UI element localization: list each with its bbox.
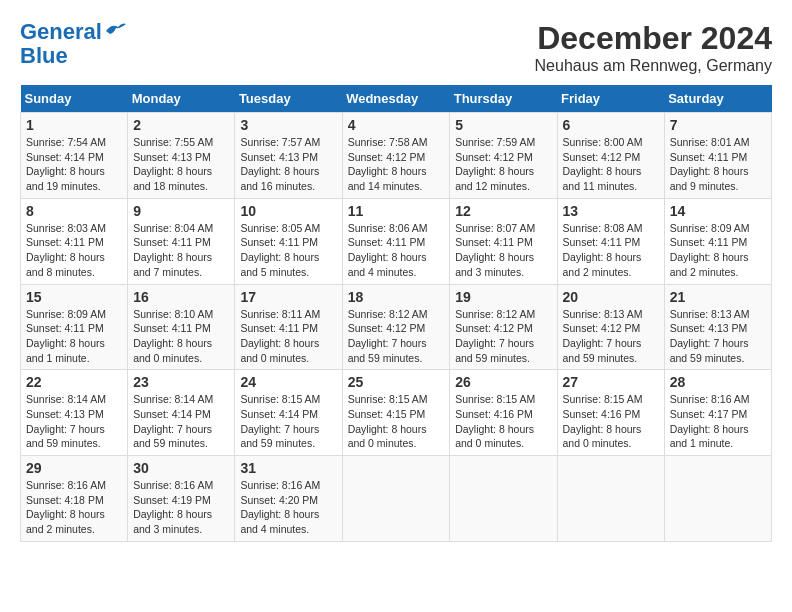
calendar-cell: 10 Sunrise: 8:05 AMSunset: 4:11 PMDaylig… (235, 198, 342, 284)
calendar-cell: 1 Sunrise: 7:54 AMSunset: 4:14 PMDayligh… (21, 113, 128, 199)
calendar-col-sunday: Sunday (21, 85, 128, 113)
day-number: 11 (348, 203, 445, 219)
day-info: Sunrise: 8:15 AMSunset: 4:16 PMDaylight:… (563, 393, 643, 449)
calendar-col-friday: Friday (557, 85, 664, 113)
day-info: Sunrise: 7:58 AMSunset: 4:12 PMDaylight:… (348, 136, 428, 192)
calendar-cell: 23 Sunrise: 8:14 AMSunset: 4:14 PMDaylig… (128, 370, 235, 456)
day-info: Sunrise: 7:55 AMSunset: 4:13 PMDaylight:… (133, 136, 213, 192)
day-number: 29 (26, 460, 122, 476)
day-info: Sunrise: 7:54 AMSunset: 4:14 PMDaylight:… (26, 136, 106, 192)
page-subtitle: Neuhaus am Rennweg, Germany (535, 57, 772, 75)
day-info: Sunrise: 7:59 AMSunset: 4:12 PMDaylight:… (455, 136, 535, 192)
day-info: Sunrise: 8:16 AMSunset: 4:20 PMDaylight:… (240, 479, 320, 535)
logo-text-blue: Blue (20, 44, 68, 68)
day-info: Sunrise: 8:12 AMSunset: 4:12 PMDaylight:… (348, 308, 428, 364)
day-number: 26 (455, 374, 551, 390)
calendar-cell: 30 Sunrise: 8:16 AMSunset: 4:19 PMDaylig… (128, 456, 235, 542)
calendar-cell (450, 456, 557, 542)
calendar-cell: 22 Sunrise: 8:14 AMSunset: 4:13 PMDaylig… (21, 370, 128, 456)
calendar-cell: 28 Sunrise: 8:16 AMSunset: 4:17 PMDaylig… (664, 370, 771, 456)
day-info: Sunrise: 8:03 AMSunset: 4:11 PMDaylight:… (26, 222, 106, 278)
day-info: Sunrise: 8:16 AMSunset: 4:19 PMDaylight:… (133, 479, 213, 535)
calendar-cell: 14 Sunrise: 8:09 AMSunset: 4:11 PMDaylig… (664, 198, 771, 284)
day-number: 10 (240, 203, 336, 219)
calendar-cell: 5 Sunrise: 7:59 AMSunset: 4:12 PMDayligh… (450, 113, 557, 199)
page-header: General Blue December 2024 Neuhaus am Re… (20, 20, 772, 75)
day-info: Sunrise: 7:57 AMSunset: 4:13 PMDaylight:… (240, 136, 320, 192)
day-number: 24 (240, 374, 336, 390)
calendar-week-row: 8 Sunrise: 8:03 AMSunset: 4:11 PMDayligh… (21, 198, 772, 284)
calendar-col-thursday: Thursday (450, 85, 557, 113)
calendar-cell: 29 Sunrise: 8:16 AMSunset: 4:18 PMDaylig… (21, 456, 128, 542)
calendar-week-row: 1 Sunrise: 7:54 AMSunset: 4:14 PMDayligh… (21, 113, 772, 199)
day-info: Sunrise: 8:05 AMSunset: 4:11 PMDaylight:… (240, 222, 320, 278)
day-info: Sunrise: 8:11 AMSunset: 4:11 PMDaylight:… (240, 308, 320, 364)
day-info: Sunrise: 8:06 AMSunset: 4:11 PMDaylight:… (348, 222, 428, 278)
calendar-cell: 11 Sunrise: 8:06 AMSunset: 4:11 PMDaylig… (342, 198, 450, 284)
day-number: 8 (26, 203, 122, 219)
calendar-cell (664, 456, 771, 542)
calendar-cell: 18 Sunrise: 8:12 AMSunset: 4:12 PMDaylig… (342, 284, 450, 370)
day-info: Sunrise: 8:14 AMSunset: 4:13 PMDaylight:… (26, 393, 106, 449)
calendar-col-monday: Monday (128, 85, 235, 113)
calendar-cell: 12 Sunrise: 8:07 AMSunset: 4:11 PMDaylig… (450, 198, 557, 284)
calendar-col-wednesday: Wednesday (342, 85, 450, 113)
day-number: 23 (133, 374, 229, 390)
day-info: Sunrise: 8:00 AMSunset: 4:12 PMDaylight:… (563, 136, 643, 192)
logo-text: General (20, 20, 102, 44)
day-number: 14 (670, 203, 766, 219)
calendar-cell: 6 Sunrise: 8:00 AMSunset: 4:12 PMDayligh… (557, 113, 664, 199)
day-number: 25 (348, 374, 445, 390)
day-info: Sunrise: 8:16 AMSunset: 4:17 PMDaylight:… (670, 393, 750, 449)
calendar-table: SundayMondayTuesdayWednesdayThursdayFrid… (20, 85, 772, 542)
day-number: 17 (240, 289, 336, 305)
day-number: 28 (670, 374, 766, 390)
day-info: Sunrise: 8:16 AMSunset: 4:18 PMDaylight:… (26, 479, 106, 535)
calendar-cell: 17 Sunrise: 8:11 AMSunset: 4:11 PMDaylig… (235, 284, 342, 370)
day-info: Sunrise: 8:09 AMSunset: 4:11 PMDaylight:… (26, 308, 106, 364)
day-info: Sunrise: 8:12 AMSunset: 4:12 PMDaylight:… (455, 308, 535, 364)
day-number: 13 (563, 203, 659, 219)
calendar-cell: 7 Sunrise: 8:01 AMSunset: 4:11 PMDayligh… (664, 113, 771, 199)
calendar-cell: 4 Sunrise: 7:58 AMSunset: 4:12 PMDayligh… (342, 113, 450, 199)
day-number: 22 (26, 374, 122, 390)
page-title: December 2024 (535, 20, 772, 57)
calendar-cell: 24 Sunrise: 8:15 AMSunset: 4:14 PMDaylig… (235, 370, 342, 456)
calendar-col-tuesday: Tuesday (235, 85, 342, 113)
logo-bird-icon (104, 21, 126, 39)
day-number: 4 (348, 117, 445, 133)
day-number: 19 (455, 289, 551, 305)
day-info: Sunrise: 8:01 AMSunset: 4:11 PMDaylight:… (670, 136, 750, 192)
calendar-cell: 27 Sunrise: 8:15 AMSunset: 4:16 PMDaylig… (557, 370, 664, 456)
day-info: Sunrise: 8:13 AMSunset: 4:13 PMDaylight:… (670, 308, 750, 364)
day-number: 16 (133, 289, 229, 305)
day-number: 2 (133, 117, 229, 133)
calendar-cell: 15 Sunrise: 8:09 AMSunset: 4:11 PMDaylig… (21, 284, 128, 370)
day-number: 27 (563, 374, 659, 390)
day-info: Sunrise: 8:14 AMSunset: 4:14 PMDaylight:… (133, 393, 213, 449)
calendar-cell: 31 Sunrise: 8:16 AMSunset: 4:20 PMDaylig… (235, 456, 342, 542)
day-info: Sunrise: 8:04 AMSunset: 4:11 PMDaylight:… (133, 222, 213, 278)
day-number: 6 (563, 117, 659, 133)
calendar-cell: 13 Sunrise: 8:08 AMSunset: 4:11 PMDaylig… (557, 198, 664, 284)
day-info: Sunrise: 8:15 AMSunset: 4:16 PMDaylight:… (455, 393, 535, 449)
calendar-cell: 25 Sunrise: 8:15 AMSunset: 4:15 PMDaylig… (342, 370, 450, 456)
calendar-cell: 8 Sunrise: 8:03 AMSunset: 4:11 PMDayligh… (21, 198, 128, 284)
day-number: 20 (563, 289, 659, 305)
day-number: 5 (455, 117, 551, 133)
day-info: Sunrise: 8:10 AMSunset: 4:11 PMDaylight:… (133, 308, 213, 364)
day-number: 12 (455, 203, 551, 219)
logo: General Blue (20, 20, 126, 68)
day-number: 9 (133, 203, 229, 219)
day-info: Sunrise: 8:15 AMSunset: 4:15 PMDaylight:… (348, 393, 428, 449)
calendar-cell: 21 Sunrise: 8:13 AMSunset: 4:13 PMDaylig… (664, 284, 771, 370)
calendar-week-row: 15 Sunrise: 8:09 AMSunset: 4:11 PMDaylig… (21, 284, 772, 370)
day-number: 3 (240, 117, 336, 133)
day-number: 31 (240, 460, 336, 476)
day-number: 7 (670, 117, 766, 133)
day-number: 21 (670, 289, 766, 305)
title-section: December 2024 Neuhaus am Rennweg, German… (535, 20, 772, 75)
day-number: 1 (26, 117, 122, 133)
calendar-week-row: 22 Sunrise: 8:14 AMSunset: 4:13 PMDaylig… (21, 370, 772, 456)
calendar-cell: 3 Sunrise: 7:57 AMSunset: 4:13 PMDayligh… (235, 113, 342, 199)
